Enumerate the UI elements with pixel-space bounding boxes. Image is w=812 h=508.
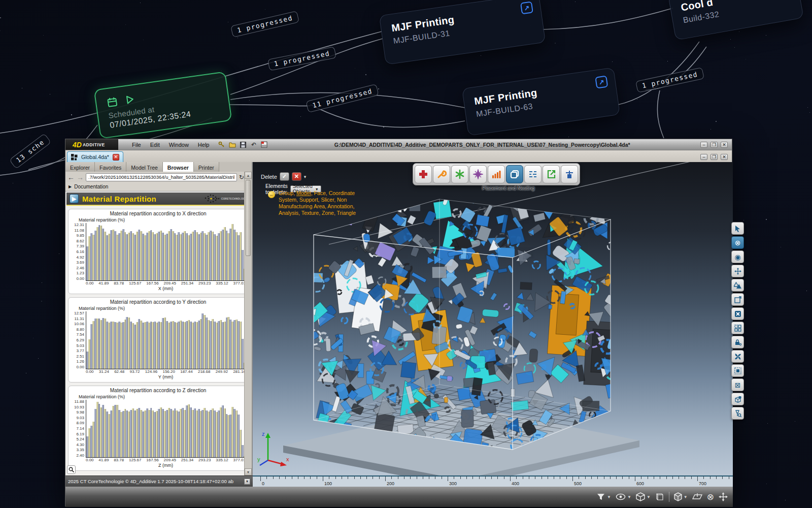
part[interactable] [529,348,538,362]
views-caret-icon[interactable]: ▼ [684,495,688,499]
part[interactable] [411,246,420,257]
menu-file[interactable]: File [127,142,146,148]
part[interactable] [517,291,525,300]
analysis-chart-button[interactable] [488,165,505,183]
open-link-icon[interactable]: ↗ [520,1,533,14]
plane-view-button[interactable] [692,493,702,500]
cancel-delete-button[interactable]: ✕ [292,172,301,181]
move-part-button[interactable] [731,265,744,277]
undo-icon[interactable]: ↶ [250,141,257,148]
part[interactable] [498,268,507,273]
child-close-button[interactable]: ✕ [721,154,728,160]
visibility-button[interactable]: ▼ [616,493,631,500]
part[interactable] [400,362,416,378]
part[interactable] [476,215,490,227]
part[interactable] [507,265,514,273]
part[interactable] [600,193,608,209]
part[interactable] [480,318,486,323]
part[interactable] [532,261,540,269]
select-cursor-button[interactable] [731,222,744,235]
tab-explorer[interactable]: Explorer [65,162,95,172]
build-list-button[interactable] [524,165,542,183]
capture-frame-button[interactable] [731,364,744,377]
part[interactable] [398,340,403,345]
select-zone-button[interactable]: ◉ [731,250,744,263]
add-part-button[interactable] [415,165,432,183]
scrollbar-thumb[interactable] [246,180,251,256]
export-button[interactable] [543,165,560,183]
status-caret-icon[interactable]: ▼ [244,479,250,485]
rotate-fan-button[interactable] [731,350,744,363]
part[interactable] [304,217,319,227]
part[interactable] [432,267,446,278]
part[interactable] [332,396,341,412]
save-icon[interactable] [239,141,247,148]
part[interactable] [511,400,529,411]
part[interactable] [490,293,497,301]
panel-scrollbar[interactable]: ▲ ▼ [244,172,252,475]
4d-tool-button[interactable] [731,307,744,320]
scroll-up-icon[interactable]: ▲ [245,172,252,179]
report-icon[interactable] [260,141,268,148]
fix-part-button[interactable] [731,393,744,405]
show-triangles-button[interactable] [731,279,744,292]
standard-views-button[interactable]: ▼ [674,492,688,501]
close-button[interactable]: ✕ [721,142,728,148]
menu-window[interactable]: Window [164,142,193,148]
part[interactable] [314,346,321,351]
part[interactable] [524,294,534,303]
part[interactable] [520,282,532,290]
render-mode-button[interactable]: ▼ [636,492,651,501]
filter-caret-icon[interactable]: ▼ [607,495,611,499]
deselect-all-button[interactable]: ⊗ [731,236,744,249]
part[interactable] [583,401,599,411]
part[interactable] [516,371,534,384]
wireframe-cube-button[interactable] [655,492,664,501]
part[interactable] [607,242,615,250]
part[interactable] [605,210,612,215]
visibility-caret-icon[interactable]: ▼ [627,495,631,499]
tab-favorites[interactable]: Favorites [95,162,126,172]
part[interactable] [358,364,364,378]
part[interactable] [353,246,359,252]
parts-pile[interactable] [304,190,630,456]
key-icon[interactable] [218,141,225,148]
part[interactable] [453,209,461,217]
lock-part-button[interactable] [731,336,744,348]
part[interactable] [547,239,551,255]
center-view-button[interactable]: ⊗ [707,492,714,502]
part[interactable] [528,331,536,338]
part[interactable] [326,338,331,352]
3d-view[interactable]: Delete ✓ ✕ ▾ Elements to delete: Selecte… [253,162,733,475]
part[interactable] [513,249,532,268]
part[interactable] [310,226,318,234]
open-link-icon[interactable]: ↗ [595,76,608,89]
part[interactable] [548,305,552,309]
part[interactable] [527,224,542,236]
measure-button[interactable] [561,165,578,183]
part[interactable] [574,259,580,264]
part[interactable] [533,213,546,222]
part[interactable] [341,400,353,414]
part[interactable] [558,193,576,204]
part[interactable] [461,410,474,428]
tab-browser[interactable]: Browser [163,162,194,172]
part[interactable] [460,362,466,368]
child-maximize-button[interactable]: ❐ [710,154,718,160]
part[interactable] [605,383,620,398]
new-window-button[interactable] [731,293,744,306]
part[interactable] [342,318,348,324]
part[interactable] [447,376,452,382]
part[interactable] [378,277,386,285]
reload-icon[interactable]: ↻ [239,174,244,180]
delete-options-caret-icon[interactable]: ▾ [304,174,307,179]
maximize-button[interactable]: ❐ [710,142,718,148]
part[interactable] [432,326,447,345]
part[interactable] [604,294,616,305]
zoom-button[interactable] [67,465,76,474]
menu-edit[interactable]: Edit [146,142,164,148]
expand-arrow-icon[interactable]: ▶ [69,184,72,189]
group-parts-button[interactable] [731,322,744,334]
documentation-row[interactable]: ▶ Documentation [65,182,252,191]
part[interactable] [482,309,499,317]
